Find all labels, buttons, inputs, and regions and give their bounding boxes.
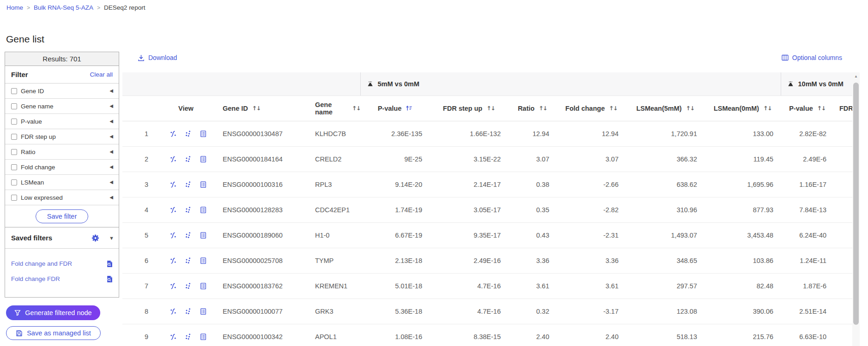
report-list-icon[interactable]	[200, 206, 207, 214]
expand-left-icon[interactable]: ◀	[109, 104, 113, 108]
chevron-down-icon[interactable]: ▼	[109, 235, 114, 240]
report-list-icon[interactable]	[200, 130, 207, 137]
dot-plot-icon[interactable]	[185, 333, 192, 340]
p-value-10mm-cell: 2.51E-14	[781, 298, 834, 324]
saved-filter-link[interactable]: Fold change FDR	[11, 275, 60, 282]
col-fold-change[interactable]: Fold change↑↓	[557, 95, 626, 121]
volcano-icon	[787, 80, 794, 87]
filter-field-label: Gene name	[21, 103, 54, 110]
report-list-icon[interactable]	[200, 308, 207, 315]
expression-plot-icon[interactable]	[170, 333, 177, 340]
expand-left-icon[interactable]: ◀	[109, 134, 113, 139]
col-p-value-5mm[interactable]: P-value	[360, 95, 430, 121]
lsmean-5mm-cell: 1,493.07	[626, 222, 704, 248]
fdr-step-up-5mm-cell: 3.15E-22	[430, 146, 508, 172]
col-fdr-step-up-5mm[interactable]: FDR step up↑↓	[430, 95, 508, 121]
expand-left-icon[interactable]: ◀	[109, 119, 113, 124]
save-as-managed-list-button[interactable]: Save as managed list	[6, 326, 101, 340]
ratio-cell: 0.38	[508, 172, 557, 197]
dot-plot-icon[interactable]	[185, 155, 192, 162]
expand-left-icon[interactable]: ◀	[109, 195, 113, 200]
dot-plot-icon[interactable]	[185, 130, 192, 137]
breadcrumb-home-link[interactable]: Home	[6, 4, 23, 11]
col-lsmean-0mm[interactable]: LSMean(0mM)↑↓	[704, 95, 781, 121]
dot-plot-icon[interactable]	[185, 206, 192, 213]
expand-left-icon[interactable]: ◀	[109, 180, 113, 185]
dot-plot-icon[interactable]	[185, 308, 192, 315]
expression-plot-icon[interactable]	[170, 308, 177, 315]
saved-filter-link[interactable]: Fold change and FDR	[11, 260, 72, 267]
volcano-icon	[367, 80, 374, 87]
gene-id-cell: ENSG00000189060	[217, 222, 310, 248]
sort-icon[interactable]: ↑↓	[763, 105, 771, 112]
col-p-value-10mm[interactable]: P-value↑↓	[781, 95, 834, 121]
optional-columns-link[interactable]: Optional columns	[782, 54, 842, 61]
filter-checkbox[interactable]	[11, 149, 17, 155]
expression-plot-icon[interactable]	[170, 181, 177, 188]
sort-icon[interactable]: ↑↓	[686, 105, 694, 112]
filter-checkbox[interactable]	[11, 88, 17, 94]
generate-filtered-node-button[interactable]: Generate filtered node	[6, 305, 100, 320]
fdr-step-up-10mm-cell	[834, 324, 852, 346]
table-row: 4 ENSG00000128283 CDC42EP1 1.74E-19 3.05…	[122, 197, 852, 222]
breadcrumb-project-link[interactable]: Bulk RNA-Seq 5-AZA	[34, 4, 93, 11]
expression-plot-icon[interactable]	[170, 232, 177, 239]
expression-plot-icon[interactable]	[170, 130, 177, 137]
group-header-row: 5mM vs 0mM 10mM vs 0mM	[122, 72, 852, 95]
expand-left-icon[interactable]: ◀	[109, 165, 113, 169]
report-list-icon[interactable]	[200, 257, 207, 264]
expand-left-icon[interactable]: ◀	[109, 149, 113, 154]
report-list-icon[interactable]	[200, 232, 207, 239]
sort-icon[interactable]: ↑↓	[817, 105, 826, 112]
download-link[interactable]: Download	[138, 54, 177, 61]
gene-table: 5mM vs 0mM 10mM vs 0mM	[122, 72, 852, 346]
lsmean-0mm-cell: 877.93	[704, 197, 781, 222]
sort-icon[interactable]: ↑↓	[609, 105, 617, 112]
save-icon	[16, 330, 23, 337]
fdr-step-up-10mm-cell	[834, 172, 852, 197]
dot-plot-icon[interactable]	[185, 257, 192, 264]
scrollbar-up-arrow-icon[interactable]: ▲	[852, 75, 860, 78]
sort-icon[interactable]: ↑↓	[352, 105, 360, 112]
ratio-cell: 0.35	[508, 197, 557, 222]
filter-checkbox[interactable]	[11, 134, 17, 140]
lsmean-0mm-cell: 119.45	[704, 146, 781, 172]
scrollbar-thumb[interactable]	[853, 83, 859, 325]
sort-icon[interactable]: ↑↓	[539, 105, 547, 112]
filter-checkbox[interactable]	[11, 195, 17, 201]
col-ratio[interactable]: Ratio↑↓	[508, 95, 557, 121]
clear-all-link[interactable]: Clear all	[90, 71, 113, 78]
filter-checkbox[interactable]	[11, 179, 17, 185]
gene-name-cell: CDC42EP1	[310, 197, 360, 222]
dot-plot-icon[interactable]	[185, 232, 192, 239]
expand-left-icon[interactable]: ◀	[109, 89, 113, 93]
dot-plot-icon[interactable]	[185, 181, 192, 188]
sort-ascending-active-icon[interactable]	[406, 105, 412, 111]
expression-plot-icon[interactable]	[170, 155, 177, 163]
col-gene-name[interactable]: Gene name↑↓	[310, 95, 360, 121]
expression-plot-icon[interactable]	[170, 282, 177, 290]
lsmean-0mm-cell: 133.00	[704, 121, 781, 146]
save-filter-button[interactable]: Save filter	[36, 209, 88, 223]
col-lsmean-5mm[interactable]: LSMean(5mM)↑↓	[626, 95, 704, 121]
report-list-icon[interactable]	[200, 181, 207, 188]
filter-checkbox[interactable]	[11, 119, 17, 125]
gear-icon[interactable]	[91, 234, 99, 242]
report-list-icon[interactable]	[200, 155, 207, 163]
filter-checkbox[interactable]	[11, 103, 17, 109]
sort-icon[interactable]: ↑↓	[252, 105, 261, 112]
report-list-icon[interactable]	[200, 282, 207, 290]
dot-plot-icon[interactable]	[185, 282, 192, 289]
document-search-icon[interactable]	[106, 260, 113, 268]
gene-name-cell: TYMP	[310, 248, 360, 273]
col-fdr-step-up-10mm[interactable]: FDR step up↑↓	[834, 95, 852, 121]
filter-checkbox[interactable]	[11, 164, 17, 170]
view-cell	[155, 248, 217, 273]
fdr-step-up-10mm-cell	[834, 222, 852, 248]
document-search-icon[interactable]	[106, 275, 113, 283]
col-gene-id[interactable]: Gene ID↑↓	[217, 95, 310, 121]
report-list-icon[interactable]	[200, 333, 207, 340]
sort-icon[interactable]: ↑↓	[486, 105, 495, 112]
expression-plot-icon[interactable]	[170, 206, 177, 214]
expression-plot-icon[interactable]	[170, 257, 177, 264]
